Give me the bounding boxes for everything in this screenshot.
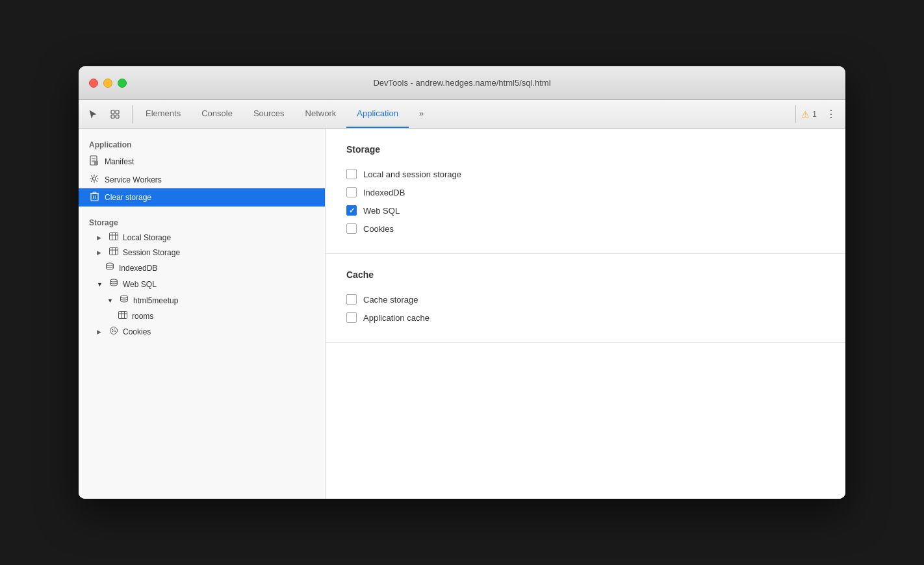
expand-arrow-cookies: ▶ (97, 329, 105, 335)
expand-arrow-session-storage: ▶ (97, 249, 105, 256)
main-content: Application + Manifest (79, 129, 845, 499)
expand-arrow-web-sql: ▼ (97, 281, 105, 288)
indexeddb-label: IndexedDB (119, 264, 157, 273)
tab-sources[interactable]: Sources (243, 100, 295, 128)
sidebar-item-service-workers[interactable]: Service Workers (79, 171, 325, 188)
tab-network[interactable]: Network (295, 100, 347, 128)
svg-point-10 (93, 177, 96, 181)
minimize-button[interactable] (103, 79, 112, 88)
svg-rect-2 (111, 115, 114, 118)
indexeddb-content-label: IndexedDB (363, 188, 405, 197)
cookies-checkbox[interactable] (346, 223, 357, 234)
svg-point-32 (112, 329, 113, 331)
db-icon-web-sql (109, 279, 119, 290)
local-session-label: Local and session storage (363, 170, 461, 179)
cache-section-title: Cache (346, 270, 825, 280)
session-storage-label: Session Storage (123, 248, 180, 257)
svg-rect-11 (91, 194, 98, 201)
cursor-icon[interactable] (84, 105, 102, 123)
indexeddb-checkbox[interactable] (346, 187, 357, 197)
table-icon-session-storage (109, 247, 119, 257)
storage-section: Storage Local and session storage Indexe… (326, 129, 845, 254)
sidebar-item-manifest[interactable]: + Manifest (79, 152, 325, 171)
local-storage-label: Local Storage (123, 233, 171, 242)
manifest-label: Manifest (105, 157, 314, 166)
cache-section: Cache Cache storage Application cache (326, 254, 845, 343)
application-cache-checkbox[interactable] (346, 312, 357, 323)
svg-point-24 (107, 263, 114, 266)
cookies-label: Cookies (123, 327, 151, 336)
tab-bar: Elements Console Sources Network Applica… (135, 100, 795, 128)
html5meetup-label: html5meetup (133, 296, 178, 305)
cookie-icon (109, 326, 119, 337)
web-sql-content-label: Web SQL (363, 206, 400, 216)
options-button[interactable]: ⋮ (822, 105, 840, 123)
sidebar-item-indexeddb[interactable]: IndexedDB (79, 260, 325, 276)
svg-rect-13 (93, 192, 96, 194)
sidebar-item-session-storage[interactable]: ▶ Session Storage (79, 245, 325, 260)
warning-badge[interactable]: ⚠ 1 (801, 109, 817, 119)
indexeddb-row: IndexedDB (346, 183, 825, 201)
clear-storage-label: Clear storage (105, 193, 314, 202)
web-sql-checkbox[interactable] (346, 205, 357, 216)
application-section-header: Application (79, 136, 325, 152)
sidebar-item-local-storage[interactable]: ▶ Local Storage (79, 230, 325, 245)
maximize-button[interactable] (118, 79, 127, 88)
svg-point-35 (114, 331, 116, 332)
toolbar-icon-group (84, 105, 133, 123)
gear-icon (89, 174, 99, 185)
svg-point-33 (114, 329, 116, 330)
svg-rect-3 (116, 115, 119, 118)
sidebar-item-cookies[interactable]: ▶ Cookies (79, 323, 325, 340)
inspect-icon[interactable] (106, 105, 124, 123)
cookies-content-label: Cookies (363, 224, 394, 234)
sidebar-item-clear-storage[interactable]: Clear storage (79, 188, 325, 207)
service-workers-label: Service Workers (105, 175, 314, 184)
db-icon-indexeddb (105, 262, 115, 273)
application-cache-row: Application cache (346, 308, 825, 327)
sidebar: Application + Manifest (79, 129, 326, 499)
web-sql-label: Web SQL (123, 280, 157, 289)
storage-section-title: Storage (346, 144, 825, 155)
cache-storage-row: Cache storage (346, 290, 825, 308)
tab-elements[interactable]: Elements (135, 100, 191, 128)
local-session-checkbox[interactable] (346, 169, 357, 179)
trash-icon (89, 192, 99, 203)
sidebar-item-rooms[interactable]: rooms (79, 308, 325, 323)
web-sql-row: Web SQL (346, 201, 825, 220)
warning-icon: ⚠ (801, 109, 810, 119)
db-icon-html5meetup (119, 295, 129, 306)
sidebar-item-html5meetup[interactable]: ▼ html5meetup (79, 292, 325, 308)
toolbar-right: ⚠ 1 ⋮ (795, 105, 840, 123)
table-icon-local-storage (109, 232, 119, 242)
more-tabs-button[interactable]: » (409, 100, 434, 128)
tab-application[interactable]: Application (346, 100, 409, 128)
svg-rect-20 (110, 248, 118, 255)
storage-section-header: Storage (79, 214, 325, 230)
svg-point-26 (121, 295, 128, 298)
content-panel: Storage Local and session storage Indexe… (326, 129, 845, 499)
cache-storage-label: Cache storage (363, 295, 418, 305)
svg-point-25 (110, 279, 118, 282)
expand-arrow-html5meetup: ▼ (107, 297, 115, 304)
svg-rect-27 (119, 312, 127, 319)
traffic-lights (89, 79, 127, 88)
cookies-row: Cookies (346, 220, 825, 238)
rooms-label: rooms (132, 312, 153, 321)
devtools-window: DevTools - andrew.hedges.name/html5/sql.… (79, 66, 845, 499)
svg-rect-1 (116, 110, 119, 114)
toolbar: Elements Console Sources Network Applica… (79, 100, 845, 129)
table-icon-rooms (118, 311, 128, 321)
sidebar-item-web-sql[interactable]: ▼ Web SQL (79, 276, 325, 292)
svg-rect-16 (110, 233, 118, 240)
tab-console[interactable]: Console (191, 100, 243, 128)
cache-storage-checkbox[interactable] (346, 294, 357, 305)
close-button[interactable] (89, 79, 98, 88)
window-title: DevTools - andrew.hedges.name/html5/sql.… (373, 78, 550, 88)
warning-count: 1 (812, 110, 817, 119)
application-cache-label: Application cache (363, 313, 430, 323)
local-session-storage-row: Local and session storage (346, 165, 825, 183)
manifest-icon: + (89, 155, 99, 168)
expand-arrow-local-storage: ▶ (97, 234, 105, 241)
svg-point-36 (113, 330, 114, 331)
